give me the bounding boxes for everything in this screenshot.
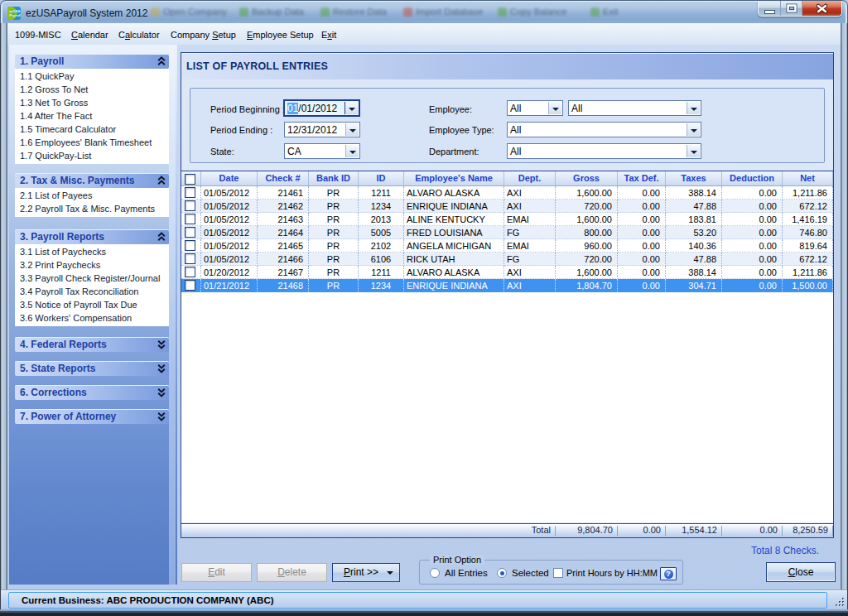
svg-text:Payroll: Payroll [9, 13, 21, 17]
